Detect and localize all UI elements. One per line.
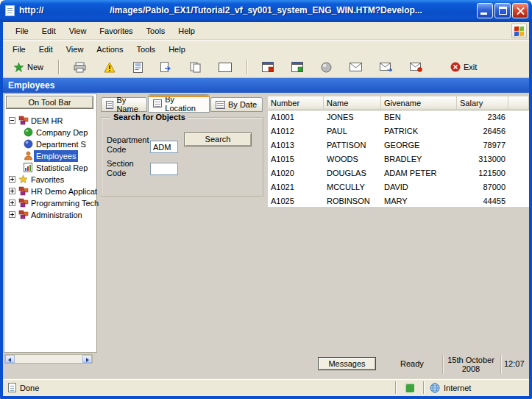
browser-menu-help[interactable]: Help: [171, 24, 202, 38]
table-row[interactable]: A1021 MCCULLY DAVID 87000: [268, 180, 529, 194]
column-header-salary[interactable]: Salary: [457, 96, 508, 110]
table-row[interactable]: A1020 DOUGLAS ADAM PETER 121500: [268, 166, 529, 180]
app-menu-edit[interactable]: Edit: [32, 43, 60, 56]
messages-button[interactable]: Messages: [318, 357, 376, 370]
column-header-givename[interactable]: Givename: [381, 96, 457, 110]
document-numbers-button[interactable]: [130, 60, 146, 75]
new-button[interactable]: New: [10, 60, 46, 75]
mail-button[interactable]: [347, 60, 365, 74]
section-code-input[interactable]: [150, 163, 178, 175]
expand-icon[interactable]: [9, 211, 15, 218]
mail-receive-button[interactable]: [407, 60, 425, 74]
group-icon: [18, 210, 29, 220]
warning-button[interactable]: [101, 60, 118, 75]
department-icon: [24, 139, 34, 149]
table-body: A1001 JONES BEN 2346 A1012 PAUL PATRICK …: [268, 110, 529, 207]
tree-item-hr-demo[interactable]: HR Demo Applicat: [4, 186, 96, 197]
app-menu-help[interactable]: Help: [162, 43, 192, 56]
page-title: Employees: [3, 78, 529, 93]
browser-menu-tools[interactable]: Tools: [140, 24, 172, 38]
statusbar-zone-panel: Internet: [425, 379, 529, 396]
search-button[interactable]: Search: [184, 133, 252, 146]
send-icon: [160, 62, 172, 73]
app-menu-view[interactable]: View: [60, 43, 91, 56]
send-button[interactable]: [157, 60, 175, 75]
tree-item-department-s[interactable]: Department S: [4, 138, 96, 150]
column-header-number[interactable]: Number: [268, 96, 324, 110]
browser-menu-favorites[interactable]: Favorites: [93, 24, 139, 38]
maximize-button[interactable]: [494, 3, 511, 18]
print-button[interactable]: [71, 60, 89, 75]
cascade-window-icon: [291, 62, 303, 72]
table-row[interactable]: A1012 PAUL PATRICK 26456: [268, 124, 529, 138]
expand-icon[interactable]: [9, 200, 15, 206]
search-group-title: Search for Objects: [110, 113, 188, 121]
exit-button[interactable]: Exit: [447, 60, 480, 74]
status-date: 15th October 2008: [444, 356, 497, 373]
group-icon: [18, 116, 29, 126]
app-menu-file[interactable]: File: [6, 43, 32, 56]
app-status-text: Ready: [400, 359, 424, 368]
table-row[interactable]: A1015 WOODS BRADLEY 313000: [268, 152, 529, 166]
group-icon: [18, 186, 29, 197]
sphere-button[interactable]: [318, 60, 335, 75]
tree-item-label: HR Demo Applicat: [29, 186, 99, 197]
scroll-right-button[interactable]: [82, 355, 92, 363]
tab-label: By Location: [165, 95, 205, 113]
mail-receive-icon: [410, 63, 422, 72]
browser-window: http:// /images/Pablo_EX1/Tutorial2_vf_s…: [0, 0, 532, 399]
tree-item-statistical-rep[interactable]: Statistical Rep: [4, 162, 96, 174]
document-numbers-icon: [133, 62, 143, 73]
title-bar[interactable]: http:// /images/Pablo_EX1/Tutorial2_vf_s…: [0, 0, 532, 22]
mail-send-icon: [380, 63, 392, 72]
tree-item-label: Administration: [29, 209, 85, 221]
collapse-icon[interactable]: [9, 117, 15, 124]
scroll-left-button[interactable]: [5, 355, 15, 363]
app-menu-actions[interactable]: Actions: [90, 43, 130, 56]
browser-menu-file[interactable]: File: [9, 24, 35, 38]
tree-item-company-dep[interactable]: Company Dep: [4, 127, 96, 138]
toolbar-separator: [247, 60, 247, 74]
tree-item-employees[interactable]: Employees: [4, 150, 96, 162]
copy-button[interactable]: [187, 60, 204, 75]
horizontal-scrollbar[interactable]: [4, 354, 93, 364]
tree-item-label: Favorites: [29, 174, 66, 186]
tree-item-programming[interactable]: Programming Tech: [4, 197, 96, 209]
app-toolbar: New: [3, 57, 529, 78]
tab-by-date[interactable]: By Date: [210, 97, 263, 112]
minimize-button[interactable]: [477, 3, 493, 18]
status-divider: [442, 355, 444, 374]
window-button[interactable]: [259, 60, 277, 74]
blank-form-button[interactable]: [216, 60, 235, 74]
expand-icon[interactable]: [9, 188, 15, 194]
content-area: On Tool Bar DEM HR Company Dep Departmen…: [3, 93, 529, 378]
document-icon: [8, 383, 16, 392]
results-table: Number Name Givename Salary A1001 JONES …: [268, 96, 529, 207]
close-button[interactable]: [512, 3, 528, 18]
browser-menu-view[interactable]: View: [63, 24, 93, 38]
on-tool-bar-button[interactable]: On Tool Bar: [6, 96, 93, 109]
table-row[interactable]: A1001 JONES BEN 2346: [268, 110, 529, 124]
mail-send-button[interactable]: [377, 60, 395, 74]
title-url: /images/Pablo_EX1/Tutorial2_vf_sy001_sys…: [110, 5, 422, 15]
table-row[interactable]: A1013 PATTISON GEORGE 78977: [268, 138, 529, 152]
tab-by-name[interactable]: By Name: [101, 97, 147, 112]
table-row[interactable]: A1025 ROBINSON MARY 44455: [268, 194, 529, 207]
exit-icon: [450, 62, 461, 72]
warning-icon: [104, 62, 116, 73]
tree-item-administration[interactable]: Administration: [4, 209, 96, 221]
app-menubar: File Edit View Actions Tools Help: [3, 40, 529, 57]
section-code-label: Section Code: [107, 159, 151, 178]
expand-icon[interactable]: [9, 176, 15, 183]
column-header-name[interactable]: Name: [324, 96, 381, 110]
tab-by-location[interactable]: By Location: [148, 94, 210, 113]
form-icon: [106, 101, 113, 109]
browser-menu-edit[interactable]: Edit: [35, 24, 63, 38]
cascade-window-button[interactable]: [288, 60, 306, 74]
page-icon: [5, 5, 15, 16]
department-code-input[interactable]: [150, 141, 178, 153]
app-menu-tools[interactable]: Tools: [130, 43, 162, 56]
tree-item-favorites[interactable]: Favorites: [4, 174, 96, 186]
maximize-icon: [499, 7, 507, 15]
tree-item-dem-hr[interactable]: DEM HR: [4, 115, 96, 127]
